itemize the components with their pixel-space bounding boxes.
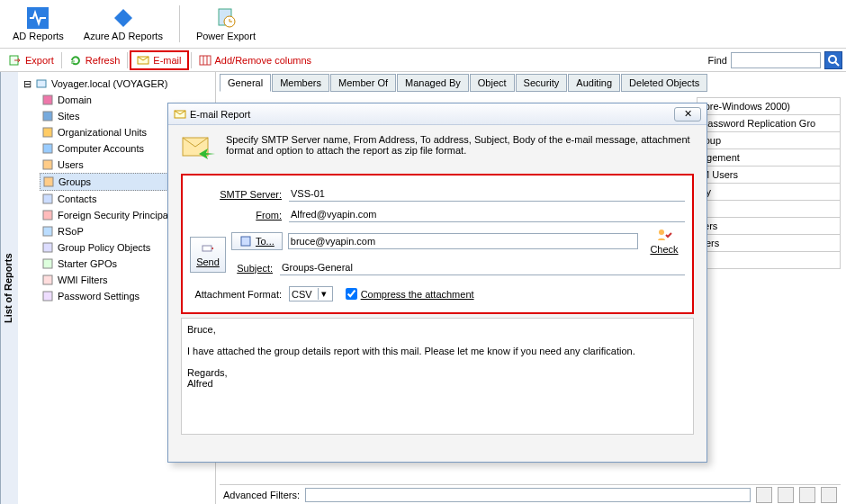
close-button[interactable]: ✕ [674, 107, 701, 122]
af-btn2[interactable] [778, 487, 794, 503]
tree-item-label: Foreign Security Principals [58, 210, 176, 220]
clock-doc-icon [215, 7, 237, 29]
table-row[interactable]: ters [697, 218, 841, 235]
close-icon: ✕ [684, 108, 692, 120]
dialog-desc: Specify SMTP Server name, From Address, … [226, 134, 694, 165]
tabs: GeneralMembersMember OfManaged ByObjectS… [216, 74, 846, 92]
refresh-icon [69, 54, 82, 67]
email-button[interactable]: E-mail [130, 50, 188, 70]
tree-item-label: Starter GPOs [58, 258, 117, 269]
tree-item-label: WMI Filters [58, 274, 108, 285]
find-label: Find [708, 55, 727, 66]
to-label: To... [256, 236, 274, 247]
subject-input[interactable]: Groups-General [280, 260, 685, 275]
tab[interactable]: Deleted Objects [621, 74, 707, 92]
tree-root-label: Voyager.local (VOYAGER) [51, 78, 167, 89]
from-label: From: [190, 210, 289, 220]
af-btn3[interactable] [799, 487, 815, 503]
smtp-input[interactable]: VSS-01 [289, 186, 685, 202]
compress-checkbox[interactable]: Compress the attachment [346, 288, 474, 300]
email-dialog: E-mail Report ✕ Specify SMTP Server name… [167, 103, 707, 463]
svg-rect-17 [43, 227, 52, 236]
dialog-titlebar: E-mail Report ✕ [168, 104, 706, 125]
tab[interactable]: Object [470, 74, 515, 92]
table-row[interactable]: s [697, 201, 841, 218]
af-input[interactable] [305, 488, 751, 502]
dialog-header: Specify SMTP Server name, From Address, … [168, 125, 706, 174]
attach-label: Attachment Format: [190, 289, 289, 300]
side-tab[interactable]: List of Reports [0, 72, 18, 504]
svg-rect-14 [44, 177, 53, 186]
item-icon [41, 257, 54, 270]
send-button[interactable]: Send [190, 237, 226, 273]
ribbon-label: AD Reports [13, 31, 64, 41]
svg-rect-9 [43, 95, 52, 104]
find-go[interactable] [824, 51, 842, 69]
check-button[interactable]: Check [644, 228, 685, 255]
ribbon-adreports[interactable]: AD Reports [5, 2, 71, 46]
table-row[interactable]: xy [697, 184, 841, 201]
item-icon [42, 176, 55, 188]
refresh-button[interactable]: Refresh [64, 52, 126, 68]
table-row[interactable]: roup [697, 132, 841, 149]
table-row[interactable]: s [697, 252, 841, 269]
tree-item-label: Organizational Units [58, 127, 147, 138]
find-input[interactable] [731, 52, 821, 68]
tab[interactable]: General [220, 74, 271, 92]
item-icon [41, 126, 54, 139]
ribbon-label: Azure AD Reports [84, 31, 163, 41]
svg-rect-10 [43, 112, 52, 121]
svg-rect-16 [43, 211, 52, 220]
svg-rect-13 [43, 160, 52, 169]
advanced-filters: Advanced Filters: [220, 484, 841, 504]
table-row[interactable]: agement [697, 149, 841, 166]
to-input[interactable]: bruce@vyapin.com [288, 233, 638, 249]
compress-input[interactable] [346, 288, 357, 300]
azure-icon [112, 7, 134, 29]
side-label: List of Reports [3, 253, 14, 323]
table-row[interactable]: Password Replication Gro [697, 115, 841, 132]
tab[interactable]: Members [272, 74, 329, 92]
btn-label: E-mail [153, 55, 181, 66]
table-row[interactable]: (pre-Windows 2000) [697, 97, 841, 115]
columns-icon [199, 54, 212, 67]
dialog-form: SMTP Server: VSS-01 From: Alfred@vyapin.… [181, 174, 694, 314]
af-btn1[interactable] [756, 487, 772, 503]
send-icon [202, 242, 214, 255]
email-body[interactable]: Bruce, I have attached the group details… [181, 318, 694, 435]
format-select[interactable]: CSV▾ [289, 286, 333, 302]
table-row[interactable]: llers [697, 235, 841, 252]
item-icon [41, 193, 54, 205]
to-button[interactable]: To... [231, 232, 283, 250]
svg-rect-19 [43, 259, 52, 268]
item-icon [41, 290, 54, 302]
columns-button[interactable]: Add/Remove columns [194, 52, 318, 68]
item-icon [41, 110, 54, 122]
server-icon [35, 77, 48, 90]
find-box: Find [708, 51, 842, 69]
from-input[interactable]: Alfred@vyapin.com [289, 207, 685, 222]
tab[interactable]: Member Of [330, 74, 396, 92]
item-icon [41, 241, 54, 254]
tab[interactable]: Security [516, 74, 568, 92]
export-button[interactable]: Export [4, 52, 59, 68]
subject-label: Subject: [231, 263, 280, 274]
ribbon-power[interactable]: Power Export [189, 2, 263, 46]
ribbon-azure[interactable]: Azure AD Reports [76, 2, 170, 46]
tab[interactable]: Managed By [397, 74, 469, 92]
tab[interactable]: Auditing [568, 74, 620, 92]
af-btn4[interactable] [821, 487, 837, 503]
svg-rect-8 [37, 80, 46, 87]
svg-rect-15 [43, 194, 52, 203]
item-icon [41, 94, 54, 106]
tree-root[interactable]: ⊟ Voyager.local (VOYAGER) [22, 76, 212, 92]
item-icon [41, 158, 54, 171]
tree-item-label: Contacts [58, 194, 96, 204]
svg-rect-24 [202, 246, 212, 251]
tree-item-label: Sites [58, 111, 79, 122]
book-icon [239, 235, 252, 248]
table-row[interactable]: M Users [697, 166, 841, 184]
tree-item-label: Password Settings [58, 291, 140, 302]
person-check-icon [655, 228, 673, 242]
export-icon [9, 54, 22, 67]
